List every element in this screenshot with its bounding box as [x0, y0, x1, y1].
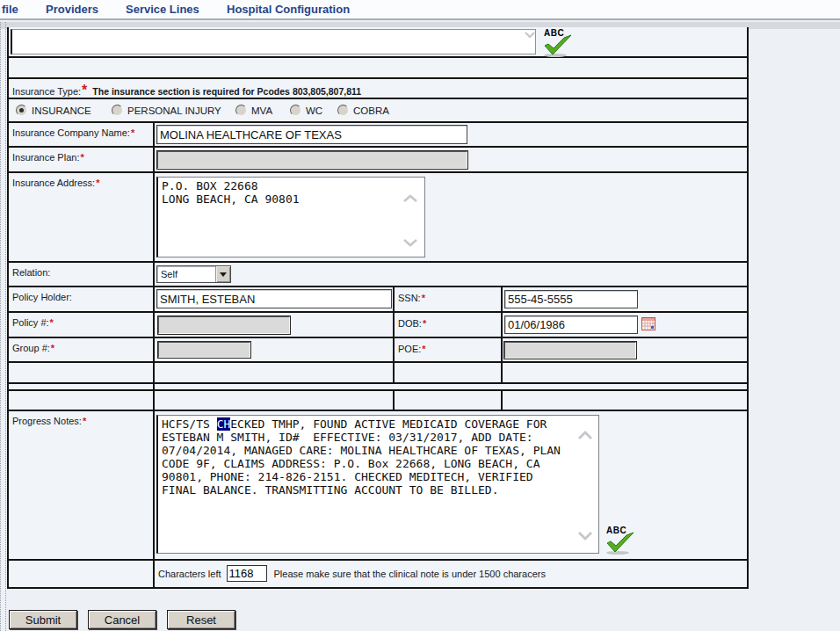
radio-mva[interactable]: MVA: [235, 105, 272, 116]
nav-item-service-lines[interactable]: Service Lines: [126, 3, 199, 16]
insurance-plan-label: Insurance Plan:: [12, 152, 79, 163]
chevron-down-icon[interactable]: [576, 531, 594, 540]
required-asterisk: *: [50, 317, 54, 328]
group-number-input-disabled: [158, 342, 250, 358]
submit-button[interactable]: Submit: [9, 610, 77, 629]
progress-notes-label: Progress Notes:: [12, 416, 82, 426]
company-name-row: Insurance Company Name:*: [9, 123, 747, 148]
abc-spellcheck-button[interactable]: ABC: [542, 28, 576, 56]
progress-notes-textarea[interactable]: HCFS/TS CHECKED TMHP, FOUND ACTIVE MEDIC…: [156, 415, 599, 554]
characters-left-input[interactable]: [227, 565, 267, 582]
empty-row: [9, 391, 747, 411]
relation-selected-value: Self: [157, 266, 215, 282]
radio-cobra[interactable]: COBRA: [337, 105, 389, 116]
nav-item-hospital-configuration[interactable]: Hospital Configuration: [227, 3, 350, 16]
insurance-plan-row: Insurance Plan:*: [9, 148, 747, 173]
required-asterisk: *: [96, 178, 99, 188]
radio-label: WC: [306, 105, 322, 116]
dropdown-arrow-icon: [220, 272, 227, 277]
poe-input-disabled: [504, 342, 636, 359]
radio-wc[interactable]: WC: [290, 105, 322, 116]
nav-item-file[interactable]: file: [2, 3, 18, 16]
dob-label: DOB:: [398, 318, 422, 329]
chevron-down-icon[interactable]: [402, 238, 418, 247]
required-asterisk: *: [131, 127, 134, 138]
radio-button[interactable]: [235, 105, 247, 116]
insurance-address-row: Insurance Address:* P.O. BOX 22668 LONG …: [9, 173, 747, 263]
radio-button-selected[interactable]: [16, 105, 27, 116]
policy-holder-row: Policy Holder: SSN:*: [9, 287, 747, 313]
relation-row: Relation: Self: [9, 263, 747, 287]
required-asterisk: *: [423, 318, 426, 329]
group-number-label: Group #:: [12, 343, 50, 353]
radio-button[interactable]: [337, 105, 349, 116]
insurance-address-label: Insurance Address:: [12, 178, 95, 188]
spacer-row: [9, 384, 747, 391]
required-asterisk: *: [83, 416, 86, 426]
relation-label: Relation:: [12, 267, 50, 278]
calendar-icon[interactable]: [641, 317, 655, 330]
insurance-plan-input-disabled: [157, 151, 467, 169]
select-dropdown-button[interactable]: [215, 266, 230, 282]
reset-button[interactable]: Reset: [167, 610, 235, 629]
top-textarea[interactable]: [11, 29, 536, 54]
cancel-button[interactable]: Cancel: [88, 610, 156, 629]
chevron-up-icon[interactable]: [576, 431, 594, 440]
insurance-form-table: ABC Insurance Type:*The insurance sectio…: [7, 27, 749, 589]
spellcheck-check-icon: [542, 34, 576, 57]
required-asterisk: *: [80, 152, 83, 163]
top-nav: file Providers Service Lines Hospital Co…: [0, 0, 840, 20]
relation-select[interactable]: Self: [156, 265, 231, 283]
chevron-down-icon[interactable]: [524, 32, 536, 39]
insurance-type-header-row: Insurance Type:*The insurance section is…: [9, 79, 747, 99]
top-textarea-row: ABC: [9, 27, 747, 58]
progress-notes-row: Progress Notes:* HCFS/TS CHECKED TMHP, F…: [9, 411, 747, 561]
radio-insurance[interactable]: INSURANCE: [16, 105, 91, 116]
nav-item-providers[interactable]: Providers: [46, 3, 98, 16]
company-name-label: Insurance Company Name:: [12, 127, 130, 138]
radio-label: INSURANCE: [32, 105, 91, 116]
abc-spellcheck-button[interactable]: ABC: [605, 526, 638, 554]
radio-label: COBRA: [353, 105, 389, 116]
notes-text-selection: CH: [217, 417, 231, 431]
ssn-label: SSN:: [398, 293, 421, 303]
policy-number-input-disabled: [158, 316, 290, 334]
radio-label: MVA: [251, 105, 272, 116]
clinical-note-warning: Please make sure that the clinical note …: [274, 569, 546, 579]
empty-row: [9, 58, 747, 79]
empty-row: [9, 363, 747, 384]
insurance-address-textarea[interactable]: P.O. BOX 22668 LONG BEACH, CA 90801: [156, 177, 425, 257]
company-name-input[interactable]: [156, 125, 467, 144]
radio-button[interactable]: [290, 105, 301, 116]
insurance-type-label: Insurance Type:: [12, 86, 81, 97]
required-asterisk: *: [422, 293, 425, 303]
policy-number-label: Policy #:: [12, 317, 49, 328]
page-left-edge: [0, 22, 6, 631]
group-number-row: Group #:* POE:*: [9, 338, 747, 363]
ssn-input[interactable]: [504, 290, 638, 308]
radio-label: PERSONAL INJURY: [127, 105, 221, 116]
required-asterisk: *: [51, 343, 54, 353]
dob-input[interactable]: [504, 316, 638, 334]
spellcheck-check-icon: [605, 532, 638, 555]
radio-button[interactable]: [112, 105, 123, 116]
radio-personal-injury[interactable]: PERSONAL INJURY: [112, 105, 221, 116]
required-asterisk: *: [422, 344, 425, 354]
poe-label: POE:: [398, 344, 421, 354]
required-asterisk: *: [82, 83, 87, 98]
policy-holder-label: Policy Holder:: [12, 292, 72, 302]
chevron-up-icon[interactable]: [402, 194, 418, 203]
policy-holder-input[interactable]: [156, 289, 392, 308]
characters-left-row: Characters left Please make sure that th…: [9, 561, 747, 589]
form-actions: Submit Cancel Reset: [9, 610, 246, 629]
insurance-type-note: The insurance section is required for Pc…: [92, 86, 361, 97]
notes-text: HCFS/TS: [162, 417, 217, 431]
characters-left-label: Characters left: [158, 569, 221, 579]
policy-number-row: Policy #:* DOB:*: [9, 313, 747, 338]
insurance-type-options-row: INSURANCE PERSONAL INJURY MVA WC COBRA: [9, 99, 747, 123]
